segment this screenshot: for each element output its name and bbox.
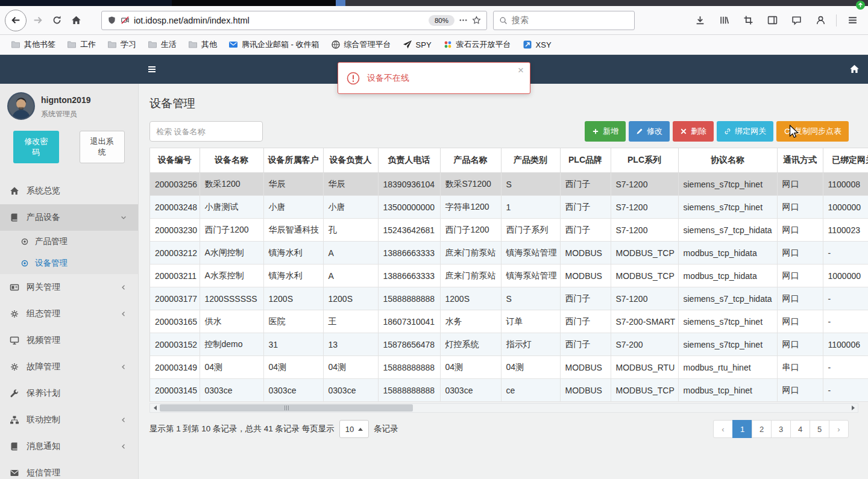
scroll-right-button[interactable] [848,404,858,412]
active-tab[interactable] [172,0,336,6]
screenshot-button[interactable] [738,11,758,30]
chat-button[interactable] [787,11,806,30]
page-button-1[interactable]: 1 [732,420,752,438]
browser-search-bar[interactable]: 搜索 [493,11,635,30]
bookmark-item[interactable]: 腾讯企业邮箱 - 收件箱 [224,37,324,52]
sidebar-item-product-device[interactable]: 产品设备 [0,204,138,231]
bookmark-item[interactable]: 综合管理平台 [326,37,396,52]
change-password-button[interactable]: 修改密码 [13,131,59,163]
table-row[interactable]: 200003212A水闸控制镇海水利A13886663333庶来门前泵站镇海泵站… [150,242,868,265]
bookmark-item[interactable]: 其他 [183,37,222,52]
page-button-2[interactable]: 2 [752,420,772,438]
sidebar-item-linkage-control[interactable]: 联动控制 [0,407,138,433]
table-row[interactable]: 200003152控制demo311315878656478灯控系统指示灯西门子… [150,333,868,356]
column-header[interactable]: 负责人电话 [378,148,440,173]
column-header[interactable]: 设备名称 [200,148,263,173]
page-button-3[interactable]: 3 [771,420,791,438]
chevron-left-icon [120,443,127,450]
sidebar-item-configuration-management[interactable]: 组态管理 [0,301,138,327]
column-header[interactable]: 产品类别 [501,148,560,173]
table-cell: S [501,287,560,310]
table-row[interactable]: 20000314904测04测04测1588888888804测04测MODBU… [150,356,868,379]
page-size-dropdown[interactable]: 10 [339,420,369,438]
page-button-5[interactable]: 5 [810,420,829,438]
device-search-input[interactable] [149,121,263,142]
sidebar-item-video-management[interactable]: 视频管理 [0,327,138,354]
library-button[interactable] [714,11,734,30]
sidebar-item-device-management[interactable]: 设备管理 [0,252,138,274]
bookmark-item[interactable]: XSY [518,38,556,51]
blocked-permission-icon[interactable] [121,16,130,25]
column-header[interactable]: 设备负责人 [323,148,378,173]
sidebar-item-system-overview[interactable]: 系统总览 [0,178,138,204]
scroll-left-button[interactable] [150,404,160,412]
bookmark-item[interactable]: 其他书签 [6,37,60,52]
edit-button[interactable]: 修改 [629,121,670,142]
bookmark-item[interactable]: 学习 [102,37,141,52]
account-button[interactable] [811,11,830,30]
forward-icon [33,15,43,25]
table-row[interactable]: 200003165供水医院王18607310041水务订单西门子S7-200-S… [150,310,868,333]
copy-sync-points-button[interactable]: 复制同步点表 [776,121,849,142]
zoom-indicator[interactable]: 80% [429,15,454,26]
column-header[interactable]: 协议名称 [678,148,777,173]
column-header[interactable]: 设备所属客户 [263,148,323,173]
table-row[interactable]: 2000031450303ce0303ce0303ce1588888888803… [150,379,868,402]
button-label: 新增 [603,126,618,137]
column-header[interactable]: 设备编号 [150,148,200,173]
table-row[interactable]: 2000031771200SSSSSS1200S1200S15888888888… [150,287,868,310]
page-actions-icon[interactable] [459,16,468,25]
horizontal-scrollbar[interactable] [149,403,858,413]
logout-button[interactable]: 退出系统 [80,131,125,163]
column-header[interactable]: PLC系列 [611,148,678,173]
shield-icon[interactable] [107,16,116,25]
bookmark-item[interactable]: 生活 [143,37,181,52]
sidebar-item-sms-management[interactable]: 短信管理 [0,460,138,479]
app-home-icon[interactable] [849,64,860,74]
sidebars-button[interactable] [763,11,782,30]
url-bar[interactable]: iot.idosp.net/admin/index.html 80% [101,11,487,30]
page-button-4[interactable]: 4 [790,420,810,438]
column-header[interactable]: 产品名称 [440,148,501,173]
bookmark-star-icon[interactable] [472,16,481,25]
bookmark-item[interactable]: SPY [398,38,436,51]
bind-gateway-button[interactable]: 绑定网关 [717,121,773,142]
table-cell: 31 [263,333,323,356]
table-row[interactable]: 200003230西门子1200华辰智通科技孔15243642681西门子120… [150,219,868,242]
forward-button[interactable] [28,11,47,30]
browser-tab-strip[interactable] [0,0,868,6]
table-row[interactable]: 200003211A水泵控制镇海水利A13886663333庶来门前泵站镇海泵站… [150,265,868,287]
column-header[interactable]: PLC品牌 [560,148,611,173]
sidebar-item-gateway-management[interactable]: 网关管理 [0,274,138,301]
table-row[interactable]: 200003248小唐测试小唐小唐13500000000字符串12001西门子S… [150,196,868,219]
column-header[interactable]: 已绑定网关 [823,148,868,173]
close-icon[interactable]: × [518,65,524,75]
menu-button[interactable] [843,11,862,30]
scrollbar-thumb[interactable] [160,404,413,412]
table-cell: ce [501,379,560,402]
add-button[interactable]: 新增 [585,121,626,142]
sidebar-item-maintenance-plan[interactable]: 保养计划 [0,380,138,407]
column-header[interactable]: 通讯方式 [777,148,823,173]
browser-home-button[interactable] [66,11,86,30]
update-available-badge[interactable] [856,1,865,10]
table-cell: 西门子1200 [440,219,501,242]
next-page-button[interactable]: › [829,420,849,438]
bookmark-item[interactable]: 工作 [62,37,101,52]
downloads-button[interactable] [690,11,709,30]
prev-page-button[interactable]: ‹ [713,420,733,438]
reload-button[interactable] [47,11,66,30]
delete-button[interactable]: 删除 [673,121,714,142]
avatar[interactable] [7,92,35,120]
sidebar-item-product-management[interactable]: 产品管理 [0,231,138,252]
sidebar-item-fault-management[interactable]: 故障管理 [0,354,138,380]
tencent-mail-icon [228,40,238,49]
table-row[interactable]: 200003256数采1200华辰华辰18390936104数采S71200S西… [150,173,868,196]
back-button[interactable] [5,10,27,31]
table-cell: siemens_s7tcp_hinet [678,310,777,333]
sidebar-toggle-icon[interactable] [147,64,157,74]
scrollbar-track[interactable] [160,404,848,412]
bookmark-item[interactable]: 萤石云开放平台 [438,37,516,52]
url-text[interactable]: iot.idosp.net/admin/index.html [134,16,424,25]
sidebar-item-message-notification[interactable]: 消息通知 [0,433,138,460]
